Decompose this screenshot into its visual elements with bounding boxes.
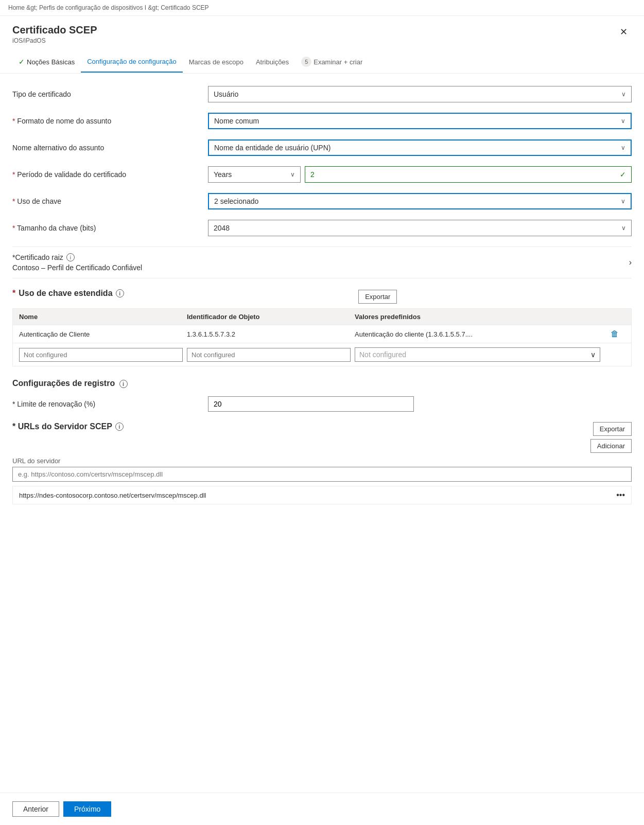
subject-name-row: Formato de nome do assunto Nome comum ∨ (12, 113, 632, 129)
validity-value-input[interactable]: 2 ✓ (305, 166, 632, 183)
footer: Anterior Próximo (0, 793, 644, 825)
url-label: URL do servidor (12, 457, 632, 465)
key-usage-label: Uso de chave (12, 197, 208, 205)
key-size-dropdown[interactable]: 2048 ∨ (208, 220, 632, 236)
root-cert-left: *Certificado raiz i Contoso – Perfil de … (12, 253, 142, 272)
url-entry-text: https://ndes-contosocorp.contoso.net/cer… (19, 492, 206, 499)
info-icon[interactable]: i (66, 253, 75, 261)
info-icon[interactable]: i (115, 423, 124, 431)
col-action-header (604, 313, 625, 321)
key-usage-row: Uso de chave 2 selecionado ∨ (12, 193, 632, 209)
table-header-row: Nome Identificador de Objeto Valores pre… (13, 309, 631, 325)
predefined-dropdown[interactable]: Not configured ∨ (355, 347, 600, 362)
breadcrumb-profiles[interactable]: Perfis de configuração de dispositivos I… (39, 4, 159, 11)
validity-unit-value: Years (214, 170, 232, 179)
scep-title-text: * URLs do Servidor SCEP (12, 422, 112, 431)
breadcrumb-home[interactable]: Home &gt; (8, 4, 38, 11)
panel-subtitle: iOS/iPadOS (12, 37, 97, 44)
subject-name-value: Nome comum (214, 117, 259, 125)
extended-key-title: * Uso de chave estendida i (12, 289, 124, 298)
subject-alt-row: Nome alternativo do assunto Nome da enti… (12, 139, 632, 156)
wizard-step-scope[interactable]: Marcas de escopo (183, 54, 250, 72)
panel-title: Certificado SCEP (12, 24, 97, 36)
extended-key-header: * Uso de chave estendida i Exportar (12, 289, 632, 304)
subject-name-label: Formato de nome do assunto (12, 117, 208, 125)
wizard-step-review-label: Examinar + criar (314, 58, 362, 66)
url-entry-ellipsis[interactable]: ••• (616, 490, 625, 500)
url-entry-row: https://ndes-contosocorp.contoso.net/cer… (12, 486, 632, 504)
export-button[interactable]: Exportar (358, 290, 397, 304)
check-icon: ✓ (19, 58, 25, 66)
col-predefined-header: Valores predefinidos (355, 313, 600, 321)
subject-alt-control: Nome da entidade de usuário (UPN) ∨ (208, 139, 632, 156)
root-cert-label: *Certificado raiz (12, 253, 63, 261)
info-icon[interactable]: i (116, 289, 124, 297)
breadcrumb-current: Certificado SCEP (161, 4, 208, 11)
name-input[interactable] (19, 348, 183, 362)
wizard-step-scope-label: Marcas de escopo (189, 58, 243, 66)
scep-title: * URLs do Servidor SCEP i (12, 422, 124, 431)
subject-name-dropdown[interactable]: Nome comum ∨ (208, 113, 632, 129)
wizard-step-assign-label: Atribuições (256, 58, 289, 66)
table-row: Autenticação de Cliente 1.3.6.1.5.5.7.3.… (13, 325, 631, 343)
chevron-right-icon[interactable]: › (629, 258, 632, 267)
subject-name-control: Nome comum ∨ (208, 113, 632, 129)
chevron-down-icon: ∨ (621, 224, 626, 232)
close-button[interactable]: ✕ (616, 24, 632, 40)
renewal-label: * Limite de renovação (%) (12, 400, 208, 408)
wizard-step-config-label: Configuração de configuração (87, 58, 176, 65)
renewal-input[interactable] (208, 396, 414, 412)
next-button[interactable]: Próximo (63, 801, 111, 817)
back-button[interactable]: Anterior (12, 801, 59, 817)
wizard-step-assign[interactable]: Atribuições (250, 54, 295, 72)
step-num-badge: 5 (301, 57, 311, 67)
delete-row-icon[interactable]: 🗑 (604, 329, 625, 339)
chevron-down-icon: ∨ (621, 117, 625, 125)
breadcrumb: Home &gt; Perfis de configuração de disp… (0, 0, 644, 16)
chevron-down-icon: ∨ (590, 350, 596, 359)
oid-input[interactable] (187, 348, 351, 362)
row-predefined: Autenticação do cliente (1.3.6.1.5.5.7..… (355, 330, 600, 338)
extended-key-usage-section: * Uso de chave estendida i Exportar Nome… (12, 289, 632, 366)
root-cert-row: *Certificado raiz i Contoso – Perfil de … (12, 247, 632, 278)
chevron-down-icon: ∨ (621, 144, 625, 151)
root-cert-value: Contoso – Perfil de Certificado Confiáve… (12, 264, 142, 272)
content-area: Tipo de certificado Usuário ∨ Formato de… (0, 74, 644, 793)
key-usage-value: 2 selecionado (214, 197, 258, 205)
scep-add-button[interactable]: Adicionar (590, 439, 632, 453)
info-icon[interactable]: i (119, 380, 128, 388)
wizard-step-config[interactable]: Configuração de configuração (81, 54, 182, 73)
validity-number: 2 (310, 170, 315, 179)
subject-alt-dropdown[interactable]: Nome da entidade de usuário (UPN) ∨ (208, 139, 632, 156)
chevron-down-icon: ∨ (290, 171, 295, 178)
reg-section-title: Configurações de registro i (12, 379, 632, 388)
predefined-placeholder: Not configured (359, 350, 406, 359)
chevron-down-icon: ∨ (621, 198, 625, 205)
renewal-row: * Limite de renovação (%) (12, 396, 632, 412)
validity-inline-group: Years ∨ 2 ✓ (208, 166, 632, 183)
key-usage-control: 2 selecionado ∨ (208, 193, 632, 209)
scep-export-button[interactable]: Exportar (593, 422, 632, 436)
subject-alt-value: Nome da entidade de usuário (UPN) (214, 144, 330, 152)
wizard-step-review[interactable]: 5 Examinar + criar (295, 52, 369, 73)
registration-section: Configurações de registro i * Limite de … (12, 379, 632, 412)
cert-type-label: Tipo de certificado (12, 90, 208, 98)
extended-key-title-text: Uso de chave estendida (19, 289, 112, 298)
row-name: Autenticação de Cliente (19, 330, 183, 338)
reg-title-text: Configurações de registro (12, 379, 115, 388)
check-icon: ✓ (620, 170, 626, 179)
cert-type-dropdown[interactable]: Usuário ∨ (208, 86, 632, 102)
validity-period-row: Período de validade do certificado Years… (12, 166, 632, 183)
root-cert-title: *Certificado raiz i (12, 253, 142, 261)
col-name-header: Nome (19, 313, 183, 321)
key-usage-dropdown[interactable]: 2 selecionado ∨ (208, 193, 632, 209)
validity-unit-dropdown[interactable]: Years ∨ (208, 166, 301, 183)
url-input[interactable] (12, 467, 632, 482)
col-oid-header: Identificador de Objeto (187, 313, 351, 321)
key-size-control: 2048 ∨ (208, 220, 632, 236)
wizard-navigation: ✓ Noções Básicas Configuração de configu… (0, 48, 644, 74)
row-oid: 1.3.6.1.5.5.7.3.2 (187, 330, 351, 338)
cert-type-control: Usuário ∨ (208, 86, 632, 102)
wizard-step-basics[interactable]: ✓ Noções Básicas (12, 54, 81, 72)
cert-type-value: Usuário (214, 90, 238, 98)
